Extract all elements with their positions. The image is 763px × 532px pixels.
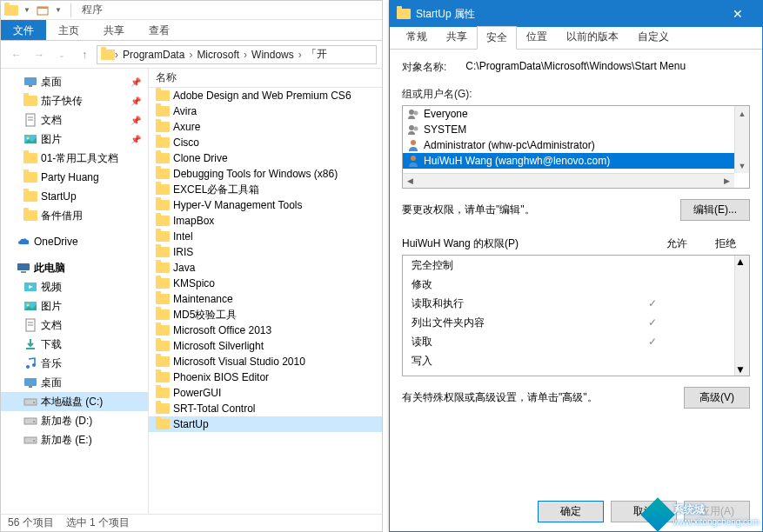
- edit-button[interactable]: 编辑(E)...: [680, 199, 750, 221]
- user-row[interactable]: Administrator (whw-pc\Administrator): [403, 137, 734, 153]
- file-row[interactable]: StartUp: [149, 416, 382, 432]
- column-header-name[interactable]: 名称: [149, 69, 382, 88]
- recent-dropdown[interactable]: ⌄: [51, 44, 72, 65]
- scroll-down-icon[interactable]: ▼: [735, 363, 749, 376]
- nav-tree[interactable]: 桌面📌茄子快传📌文档📌图片📌01-常用工具文档Party HuangStartU…: [1, 69, 149, 514]
- file-row[interactable]: SRT-Total Control: [149, 401, 382, 416]
- down-icon[interactable]: ▼: [20, 3, 34, 17]
- breadcrumb-item[interactable]: ProgramData: [118, 49, 189, 61]
- dialog-tab[interactable]: 以前的版本: [557, 25, 628, 49]
- tree-node[interactable]: 桌面📌: [1, 72, 148, 91]
- user-row[interactable]: HuiWuH Wang (wanghwh@lenovo.com): [403, 153, 734, 169]
- dialog-tab[interactable]: 共享: [437, 25, 477, 49]
- tree-node[interactable]: 茄子快传📌: [1, 91, 148, 110]
- advanced-button[interactable]: 高级(V): [684, 387, 750, 409]
- down-icon[interactable]: ▼: [51, 3, 65, 17]
- ok-button[interactable]: 确定: [538, 501, 604, 522]
- back-button[interactable]: ←: [6, 44, 27, 65]
- advanced-row: 有关特殊权限或高级设置，请单击"高级"。 高级(V): [402, 387, 750, 409]
- tree-node[interactable]: 音乐: [1, 354, 148, 373]
- breadcrumb[interactable]: › ProgramData › Microsoft › Windows › 「开: [97, 45, 377, 64]
- properties-icon[interactable]: [36, 3, 50, 17]
- tree-node[interactable]: 本地磁盘 (C:): [1, 392, 148, 411]
- close-button[interactable]: ✕: [720, 7, 755, 21]
- tree-node[interactable]: 新加卷 (D:): [1, 411, 148, 430]
- user-row[interactable]: SYSTEM: [403, 122, 734, 137]
- user-icon: [406, 138, 420, 152]
- file-row[interactable]: Hyper-V Management Tools: [149, 197, 382, 213]
- tab-view[interactable]: 查看: [137, 20, 182, 40]
- tree-node-thispc[interactable]: 此电脑: [1, 258, 148, 277]
- file-row[interactable]: IRIS: [149, 244, 382, 260]
- dialog-tab[interactable]: 位置: [517, 25, 557, 49]
- scroll-up-icon[interactable]: ▲: [735, 106, 749, 121]
- tab-home[interactable]: 主页: [46, 20, 91, 40]
- tree-node-label: 01-常用工具文档: [41, 151, 118, 166]
- horizontal-scrollbar[interactable]: ◀ ▶: [403, 173, 734, 188]
- folder-icon: [156, 355, 170, 369]
- file-row[interactable]: Java: [149, 260, 382, 276]
- scroll-right-icon[interactable]: ▶: [719, 174, 734, 188]
- scroll-down-icon[interactable]: ▼: [735, 158, 749, 173]
- file-row[interactable]: Adobe Design and Web Premium CS6: [149, 88, 382, 103]
- file-row[interactable]: Cisco: [149, 135, 382, 150]
- file-row[interactable]: ImapBox: [149, 213, 382, 229]
- permission-row[interactable]: 完全控制: [403, 256, 734, 275]
- file-row[interactable]: Maintenance: [149, 291, 382, 307]
- permissions-list[interactable]: 完全控制修改读取和执行✓列出文件夹内容✓读取✓写入 ▲ ▼: [402, 255, 750, 376]
- tab-share[interactable]: 共享: [91, 20, 137, 40]
- vertical-scrollbar[interactable]: ▲ ▼: [734, 256, 749, 376]
- allow-check: ✓: [628, 316, 677, 329]
- users-list[interactable]: EveryoneSYSTEMAdministrator (whw-pc\Admi…: [402, 105, 750, 189]
- tree-node[interactable]: 视频: [1, 277, 148, 296]
- up-button[interactable]: ↑: [74, 44, 95, 65]
- breadcrumb-item[interactable]: Windows: [247, 49, 298, 61]
- tree-node[interactable]: 桌面: [1, 373, 148, 392]
- tree-node[interactable]: 备件借用: [1, 206, 148, 225]
- file-row[interactable]: Axure: [149, 119, 382, 135]
- forward-button[interactable]: →: [29, 44, 50, 65]
- tree-node[interactable]: 下载: [1, 335, 148, 354]
- file-row[interactable]: Microsoft Office 2013: [149, 323, 382, 338]
- permission-row[interactable]: 读取✓: [403, 332, 734, 351]
- folder-icon: [156, 229, 170, 243]
- music-icon: [23, 356, 37, 370]
- tree-node[interactable]: 图片: [1, 296, 148, 316]
- file-name: Clone Drive: [173, 152, 228, 164]
- tree-node[interactable]: 01-常用工具文档: [1, 149, 148, 168]
- permission-row[interactable]: 列出文件夹内容✓: [403, 313, 734, 332]
- dialog-tab[interactable]: 安全: [477, 26, 517, 50]
- tree-node[interactable]: Party Huang: [1, 168, 148, 187]
- file-row[interactable]: KMSpico: [149, 276, 382, 291]
- file-row[interactable]: Phoenix BIOS Editor: [149, 369, 382, 385]
- file-row[interactable]: MD5校验工具: [149, 307, 382, 323]
- tree-node[interactable]: 新加卷 (E:): [1, 430, 148, 449]
- tree-node[interactable]: 文档📌: [1, 110, 148, 130]
- file-row[interactable]: Avira: [149, 103, 382, 119]
- tab-file[interactable]: 文件: [1, 20, 46, 40]
- permission-row[interactable]: 修改: [403, 275, 734, 294]
- scroll-left-icon[interactable]: ◀: [403, 174, 418, 188]
- file-row[interactable]: Clone Drive: [149, 150, 382, 166]
- permission-row[interactable]: 读取和执行✓: [403, 294, 734, 313]
- file-row[interactable]: Intel: [149, 229, 382, 244]
- permission-row[interactable]: 写入: [403, 351, 734, 370]
- file-row[interactable]: Microsoft Silverlight: [149, 338, 382, 354]
- breadcrumb-item[interactable]: Microsoft: [192, 49, 244, 61]
- breadcrumb-item[interactable]: 「开: [302, 47, 331, 62]
- dialog-tab[interactable]: 自定义: [628, 25, 679, 49]
- vertical-scrollbar[interactable]: ▲ ▼: [734, 106, 749, 173]
- file-name: Debugging Tools for Windows (x86): [173, 168, 338, 180]
- file-row[interactable]: Microsoft Visual Studio 2010: [149, 354, 382, 369]
- user-row[interactable]: Everyone: [403, 106, 734, 122]
- dialog-tab[interactable]: 常规: [397, 25, 437, 49]
- file-row[interactable]: PowerGUI: [149, 385, 382, 401]
- tree-node[interactable]: 文档: [1, 316, 148, 335]
- file-row[interactable]: Debugging Tools for Windows (x86): [149, 166, 382, 182]
- tree-node-onedrive[interactable]: OneDrive: [1, 232, 148, 251]
- file-row[interactable]: EXCEL必备工具箱: [149, 182, 382, 197]
- tree-node[interactable]: StartUp: [1, 187, 148, 206]
- scroll-up-icon[interactable]: ▲: [735, 256, 749, 268]
- tree-node[interactable]: 图片📌: [1, 130, 148, 149]
- picture-icon: [23, 132, 37, 146]
